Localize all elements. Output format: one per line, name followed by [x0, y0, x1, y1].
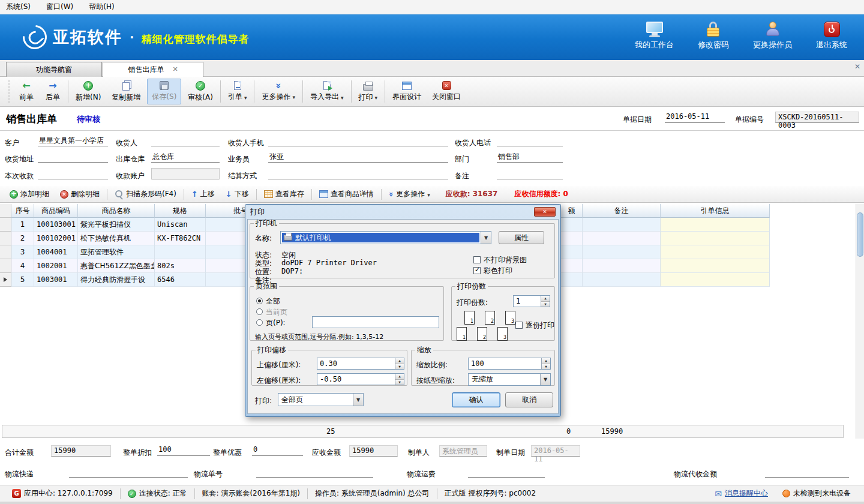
row-marker	[0, 232, 11, 245]
doc-date-field[interactable]: 2016-05-11	[665, 112, 725, 123]
create-date-field: 2016-05-11	[531, 445, 580, 457]
col-spec[interactable]: 规格	[155, 204, 206, 218]
move-up-button[interactable]: 上移	[188, 188, 218, 200]
range-pages-input[interactable]	[312, 316, 439, 328]
new-button[interactable]: 新增(N)	[70, 77, 106, 106]
spinner-buttons[interactable]	[541, 358, 550, 369]
logistics-express-field[interactable]	[69, 467, 188, 478]
menu-help[interactable]: 帮助(H)	[89, 2, 114, 12]
import-export-button[interactable]: 导入导出	[305, 77, 349, 106]
close-window-button[interactable]: 关闭窗口	[427, 77, 466, 106]
quote-doc-button[interactable]: 引单	[223, 77, 253, 106]
vertical-scrollbar[interactable]	[856, 204, 864, 439]
spinner-buttons[interactable]	[395, 374, 404, 385]
print-dialog-titlebar[interactable]: 打印	[247, 205, 559, 219]
combo-dropdown-icon[interactable]	[353, 394, 363, 406]
copies-legend: 打印份数	[455, 281, 488, 292]
ui-design-button[interactable]: 界面设计	[387, 77, 427, 106]
department-field[interactable]: 销售部	[497, 152, 563, 163]
my-workbench-button[interactable]: 我的工作台	[635, 22, 674, 50]
range-current-radio[interactable]: 当前页	[256, 307, 287, 317]
scrollbar-thumb[interactable]	[857, 212, 863, 257]
tab-nav-panel[interactable]: 功能导航窗	[6, 62, 102, 77]
col-ref[interactable]: 引单信息	[661, 204, 770, 218]
cell-code: 1004001	[34, 245, 78, 259]
no-background-checkbox[interactable]: 不打印背景图	[473, 255, 527, 265]
consignee-phone-field[interactable]	[497, 136, 563, 146]
warehouse-field[interactable]: 总仓库	[151, 152, 220, 163]
dialog-close-button[interactable]	[534, 207, 556, 217]
ship-address-field[interactable]	[38, 152, 108, 163]
salesman-field[interactable]: 张亚	[268, 152, 448, 163]
audit-button[interactable]: 审核(A)	[182, 77, 218, 106]
logistics-no-field[interactable]	[256, 467, 373, 478]
collate-checkbox[interactable]: 逐份打印	[515, 320, 554, 331]
logistics-express-label: 物流快递	[5, 469, 34, 479]
delete-line-button[interactable]: 删除明细	[56, 188, 103, 200]
col-name[interactable]: 商品名称	[78, 204, 155, 218]
range-all-radio[interactable]: 全部	[256, 296, 280, 307]
paper-scale-combo[interactable]: 无缩放	[468, 373, 551, 386]
message-center-link[interactable]: 消息提醒中心	[707, 488, 775, 499]
header-form: 客户 星星文具第一小学店 收货人 收货人手机 收货人电话 收货地址 出库仓库 总…	[0, 131, 864, 186]
top-offset-spinner[interactable]: 0.30	[317, 358, 404, 370]
add-line-button[interactable]: 添加明细	[6, 188, 53, 200]
logistics-fee-field[interactable]	[468, 467, 545, 478]
settlement-field[interactable]	[268, 169, 448, 179]
menu-window[interactable]: 窗口(W)	[46, 2, 73, 12]
col-code[interactable]: 商品编码	[34, 204, 78, 218]
combo-dropdown-icon[interactable]	[481, 232, 491, 244]
save-button[interactable]: 保存(S)	[147, 79, 181, 104]
consignee-mobile-field[interactable]	[268, 136, 448, 146]
consignee-field[interactable]	[151, 136, 220, 146]
color-print-checkbox[interactable]: 彩色打印	[473, 266, 512, 276]
tab-strip: 功能导航窗 销售出库单 ✕ ✕	[0, 60, 864, 77]
doc-discount-field[interactable]: 100	[157, 445, 210, 456]
remark-field[interactable]	[497, 169, 563, 179]
customer-field[interactable]: 星星文具第一小学店	[38, 136, 108, 146]
confirm-button[interactable]: 确认	[452, 392, 500, 407]
col-note[interactable]: 备注	[583, 204, 661, 218]
page-range-group: 页范围 全部 当前页 页(P): 输入页号或页范围,逗号分隔.例如: 1,3,5…	[250, 281, 444, 341]
printer-name-combo[interactable]: 默认打印机	[280, 231, 491, 244]
spinner-buttons[interactable]	[541, 296, 550, 307]
scale-ratio-spinner[interactable]: 100	[468, 358, 551, 370]
cancel-button[interactable]: 取消	[505, 392, 553, 407]
tab-sales-outbound[interactable]: 销售出库单 ✕	[103, 62, 203, 77]
tabstrip-close-icon[interactable]: ✕	[854, 62, 860, 71]
col-seq[interactable]: 序号	[11, 204, 34, 218]
detail-more-actions-button[interactable]: 更多操作	[385, 188, 434, 200]
tab-close-icon[interactable]: ✕	[172, 62, 178, 77]
left-offset-spinner[interactable]: -0.50	[317, 373, 404, 385]
delete-icon	[60, 190, 68, 199]
account-field	[151, 168, 220, 179]
spinner-buttons[interactable]	[395, 358, 404, 369]
prev-doc-button[interactable]: 前单	[13, 77, 40, 106]
logistics-cod-field[interactable]	[765, 467, 849, 478]
scan-barcode-button[interactable]: 扫描条形码(F4)	[111, 188, 180, 200]
view-product-detail-button[interactable]: 查看商品详情	[316, 188, 377, 200]
header-actions: 我的工作台 修改密码 更换操作员 退出系统	[635, 22, 851, 50]
collate-pages-icon: 3 3	[497, 311, 515, 341]
move-down-button[interactable]: 下移	[222, 188, 253, 200]
print-button[interactable]: 打印	[353, 77, 383, 106]
cell-note	[583, 232, 661, 245]
copy-new-button[interactable]: 复制新增	[106, 77, 146, 106]
payment-field[interactable]	[38, 169, 108, 179]
copies-spinner[interactable]: 1	[513, 295, 550, 307]
more-actions-button[interactable]: 更多操作	[256, 77, 301, 106]
doc-concession-field[interactable]: 0	[252, 445, 303, 456]
range-pages-radio[interactable]: 页(P):	[256, 318, 286, 328]
col-amount[interactable]: 额	[561, 204, 583, 218]
next-doc-button[interactable]: 后单	[40, 77, 66, 106]
cell-spec: KX-FT862CN	[155, 232, 206, 245]
print-target-combo[interactable]: 全部页	[278, 393, 364, 406]
printer-properties-button[interactable]: 属性	[499, 231, 544, 244]
change-password-button[interactable]: 修改密码	[694, 22, 733, 50]
switch-operator-button[interactable]: 更换操作员	[753, 22, 792, 50]
arrow-right-icon	[49, 81, 56, 91]
menu-system[interactable]: 系统(S)	[6, 2, 31, 12]
view-stock-button[interactable]: 查看库存	[260, 188, 308, 200]
combo-dropdown-icon[interactable]	[540, 374, 550, 385]
exit-system-button[interactable]: 退出系统	[812, 22, 851, 50]
